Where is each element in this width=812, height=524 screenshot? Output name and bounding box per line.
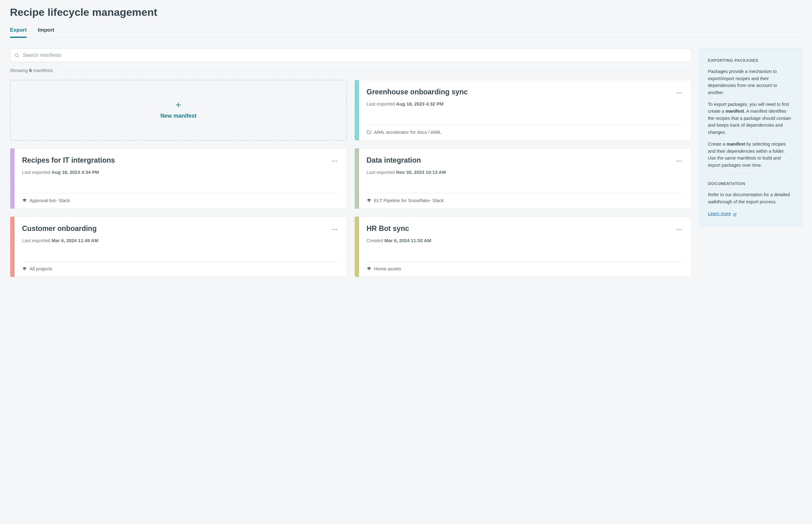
- info-paragraph: To export packages, you will need to fir…: [708, 101, 794, 136]
- svg-point-5: [679, 92, 680, 94]
- showing-prefix: Showing: [10, 68, 29, 73]
- manifest-card[interactable]: HR Bot sync Created Mar 6, 2024 11:52 AM: [354, 216, 691, 277]
- new-manifest-label: New manifest: [160, 113, 196, 119]
- tabs: Export Import: [10, 27, 802, 38]
- card-stripe: [355, 217, 359, 277]
- card-sub-label: Last exported: [367, 101, 396, 107]
- card-sub-label: Last exported: [22, 238, 51, 243]
- card-footer-text: Home assets: [374, 266, 401, 271]
- tab-export[interactable]: Export: [10, 27, 27, 37]
- search-icon: [14, 53, 19, 58]
- search-wrap: [10, 48, 691, 62]
- info-panel: EXPORTING PACKAGES Packages provide a me…: [700, 48, 802, 226]
- svg-point-6: [681, 92, 682, 94]
- card-title: Recipes for IT intergrations: [22, 156, 115, 165]
- svg-point-10: [676, 161, 678, 162]
- svg-point-18: [681, 229, 682, 230]
- more-icon[interactable]: [674, 225, 684, 235]
- svg-point-15: [336, 229, 337, 230]
- more-icon[interactable]: [674, 157, 684, 167]
- card-title: Customer onboarding: [22, 224, 97, 233]
- svg-point-16: [676, 229, 678, 230]
- more-icon[interactable]: [674, 88, 684, 99]
- stack-icon: [367, 266, 371, 271]
- stack-icon: [22, 266, 27, 271]
- search-input[interactable]: [10, 48, 691, 62]
- manifest-card[interactable]: Greenhouse onboarding sync Last exported…: [354, 80, 691, 141]
- card-stripe: [10, 148, 15, 209]
- card-sub-label: Created: [367, 238, 385, 243]
- info-paragraph: Packages provide a mechanism to export/i…: [708, 68, 794, 96]
- info-paragraph: Refer to our documentation for a detaile…: [708, 191, 794, 205]
- card-title: Data integration: [367, 156, 421, 165]
- showing-count: Showing 5 manifests: [10, 68, 691, 73]
- manifest-card[interactable]: Recipes for IT intergrations Last export…: [10, 148, 347, 209]
- svg-point-13: [332, 229, 333, 230]
- new-manifest-button[interactable]: New manifest: [10, 80, 347, 141]
- folder-icon: [367, 130, 371, 135]
- svg-point-14: [334, 229, 335, 230]
- stack-icon: [367, 198, 371, 203]
- plus-icon: [175, 101, 182, 108]
- card-footer-text: ELT Pipeline for Snowflake- Slack: [374, 198, 444, 203]
- svg-line-1: [18, 56, 19, 57]
- learn-more-link[interactable]: Learn more: [708, 210, 737, 217]
- stack-icon: [22, 198, 27, 203]
- card-sub-value: Aug 18, 2023 4:32 PM: [396, 101, 444, 107]
- tab-import[interactable]: Import: [38, 27, 54, 37]
- card-title: HR Bot sync: [367, 224, 409, 233]
- info-heading-exporting: EXPORTING PACKAGES: [708, 58, 794, 64]
- external-link-icon: [733, 212, 737, 216]
- card-sub-value: Nov 30, 2023 10:13 AM: [396, 169, 446, 175]
- card-sub-label: Last exported: [22, 169, 51, 175]
- card-sub-value: Aug 18, 2023 4:34 PM: [51, 169, 99, 175]
- svg-point-9: [336, 161, 337, 162]
- card-stripe: [355, 80, 359, 140]
- card-stripe: [355, 148, 359, 209]
- more-icon[interactable]: [330, 157, 339, 167]
- card-footer-text: All projects: [30, 266, 52, 271]
- more-icon[interactable]: [330, 225, 339, 235]
- card-footer-text: AIML accelerator for docs / AIML: [374, 129, 442, 135]
- manifest-card[interactable]: Customer onboarding Last exported Mar 6,…: [10, 216, 347, 277]
- card-sub-label: Last exported: [367, 169, 396, 175]
- card-title: Greenhouse onboarding sync: [367, 87, 468, 97]
- page-title: Recipe lifecycle management: [10, 6, 802, 18]
- svg-point-17: [679, 229, 680, 230]
- svg-point-8: [334, 161, 335, 162]
- info-heading-documentation: DOCUMENTATION: [708, 181, 794, 187]
- showing-suffix: manifests: [32, 68, 53, 73]
- card-sub-value: Mar 6, 2024 11:52 AM: [385, 238, 431, 243]
- card-sub-value: Mar 6, 2024 11:49 AM: [51, 238, 98, 243]
- svg-point-12: [681, 161, 682, 162]
- card-footer-text: Approval bot- Slack: [30, 198, 70, 203]
- card-stripe: [10, 217, 15, 277]
- svg-point-7: [332, 161, 333, 162]
- svg-point-4: [676, 92, 678, 94]
- info-paragraph: Create a manifest by selecting recipes a…: [708, 141, 794, 168]
- manifest-card[interactable]: Data integration Last exported Nov 30, 2…: [354, 148, 691, 209]
- svg-point-11: [679, 161, 680, 162]
- showing-count-value: 5: [29, 68, 32, 73]
